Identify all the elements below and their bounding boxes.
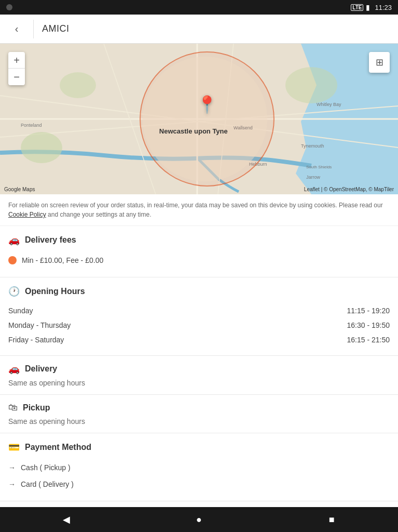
svg-point-11: [60, 72, 96, 98]
payment-method-section: 💳 Payment Method → Cash ( Pickup ) → Car…: [0, 433, 398, 501]
lte-icon: LTE: [351, 4, 363, 11]
pickup-description: Same as opening hours: [8, 417, 390, 425]
delivery-description: Same as opening hours: [8, 379, 390, 387]
hours-time: 16:30 - 19:50: [347, 321, 390, 329]
delivery-fees-section: 🚗 Delivery fees Min - £10.00, Fee - £0.0…: [0, 226, 398, 277]
map-attribution-right: Leaflet | © OpenStreetMap, © MapTiler: [304, 187, 394, 192]
payment-method-header: 💳 Payment Method: [8, 442, 390, 453]
svg-text:Whitley Bay: Whitley Bay: [317, 102, 341, 107]
delivery-header: 🚗 Delivery: [8, 363, 390, 375]
hours-time: 11:15 - 19:20: [347, 307, 390, 315]
fee-dot: [8, 256, 17, 264]
pickup-header: 🛍 Pickup: [8, 402, 390, 413]
battery-icon: ▮: [366, 3, 370, 11]
header-divider: [33, 20, 34, 38]
svg-text:South Shields: South Shields: [306, 165, 332, 169]
delivery-fees-header: 🚗 Delivery fees: [8, 234, 390, 246]
hours-time: 16:15 - 21:50: [347, 336, 390, 344]
zoom-in-button[interactable]: +: [8, 52, 25, 69]
nav-recent-button[interactable]: ■: [319, 507, 344, 532]
status-bar: LTE ▮ 11:23: [0, 0, 398, 15]
delivery-fees-title: Delivery fees: [25, 235, 76, 245]
opening-hours-section: 🕐 Opening Hours Sunday11:15 - 19:20Monda…: [0, 277, 398, 356]
svg-text:Tynemouth: Tynemouth: [301, 143, 324, 149]
payment-icon: 💳: [8, 442, 20, 453]
delivery-title: Delivery: [25, 364, 57, 374]
svg-point-8: [143, 57, 267, 181]
header: ‹ AMICI: [0, 15, 398, 44]
status-left: [6, 4, 348, 10]
cookie-policy-link[interactable]: Cookie Policy: [8, 211, 46, 218]
pickup-icon: 🛍: [8, 402, 18, 413]
pickup-section: 🛍 Pickup Same as opening hours: [0, 395, 398, 433]
delivery-fees-icon: 🚗: [8, 234, 20, 246]
payment-item-card: → Card ( Delivery ): [8, 476, 390, 493]
hours-row: Friday - Saturday16:15 - 21:50: [8, 332, 390, 347]
svg-point-9: [21, 132, 62, 163]
payment-card-label: Card ( Delivery ): [21, 480, 74, 488]
map-marker: 📍: [197, 95, 217, 114]
nav-back-button[interactable]: ◀: [54, 507, 79, 532]
map-container[interactable]: Newcastle upon Tyne Newcastle upon Tyne …: [0, 44, 398, 194]
nav-home-button[interactable]: ●: [186, 507, 211, 532]
main-content: Newcastle upon Tyne Newcastle upon Tyne …: [0, 44, 398, 507]
payment-cash-label: Cash ( Pickup ): [21, 463, 71, 472]
svg-point-10: [285, 67, 337, 103]
payment-method-title: Payment Method: [25, 443, 91, 452]
opening-hours-header: 🕐 Opening Hours: [8, 286, 390, 297]
hours-row: Sunday11:15 - 19:20: [8, 303, 390, 318]
opening-hours-title: Opening Hours: [25, 287, 85, 296]
map-attribution-left: Google Maps: [4, 187, 35, 192]
pickup-title: Pickup: [23, 403, 50, 413]
payment-arrow-2: →: [8, 480, 16, 488]
hours-row: Monday - Thursday16:30 - 19:50: [8, 318, 390, 332]
hours-day: Sunday: [8, 307, 33, 315]
payment-item-cash: → Cash ( Pickup ): [8, 459, 390, 476]
fee-item: Min - £10.00, Fee - £0.00: [8, 252, 390, 269]
cookie-notice: For reliable on screen review of your or…: [0, 194, 398, 226]
map-zoom-controls: + −: [8, 52, 25, 85]
cookie-text2: and change your settings at any time.: [48, 211, 151, 218]
clock-icon: 🕐: [8, 286, 20, 297]
svg-text:Wallsend: Wallsend: [234, 125, 253, 130]
fee-text: Min - £10.00, Fee - £0.00: [22, 256, 103, 264]
status-icons: LTE ▮ 11:23: [351, 3, 392, 11]
status-dot: [6, 4, 12, 10]
back-button[interactable]: ‹: [8, 21, 25, 37]
layers-icon: ⊞: [376, 57, 383, 68]
delivery-icon: 🚗: [8, 363, 20, 375]
bottom-navigation: ◀ ● ■: [0, 507, 398, 532]
svg-text:Ponteland: Ponteland: [21, 123, 42, 128]
svg-text:Jarrow: Jarrow: [306, 175, 321, 180]
svg-text:Hebburn: Hebburn: [249, 162, 267, 167]
map-background: Newcastle upon Tyne Newcastle upon Tyne …: [0, 44, 398, 194]
hours-day: Monday - Thursday: [8, 321, 71, 329]
zoom-out-button[interactable]: −: [8, 69, 25, 85]
hours-day: Friday - Saturday: [8, 336, 64, 344]
payment-arrow-1: →: [8, 463, 16, 472]
page-title: AMICI: [42, 23, 70, 34]
hours-table: Sunday11:15 - 19:20Monday - Thursday16:3…: [8, 303, 390, 347]
map-layers-button[interactable]: ⊞: [369, 52, 390, 73]
delivery-section: 🚗 Delivery Same as opening hours: [0, 356, 398, 395]
cookie-text: For reliable on screen review of your or…: [8, 202, 383, 209]
status-time: 11:23: [375, 4, 392, 11]
